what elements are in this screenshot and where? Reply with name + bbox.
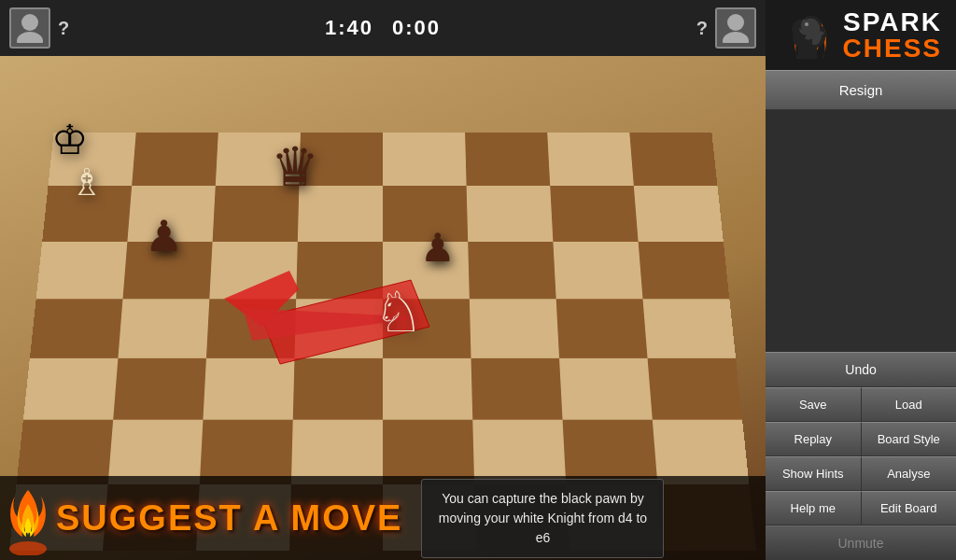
undo-button[interactable]: Undo [766, 352, 956, 387]
player2-info: ? [696, 7, 756, 49]
save-load-row: Save Load [766, 387, 956, 422]
player1-info: ? [9, 7, 69, 49]
player2-avatar [715, 7, 756, 49]
edit-board-button[interactable]: Edit Board [862, 491, 957, 525]
logo-text: SPARK CHESS [843, 9, 942, 62]
player1-label: ? [58, 18, 69, 39]
player2-avatar-icon [723, 13, 749, 43]
game-info-area [766, 110, 956, 352]
board-style-button[interactable]: Board Style [862, 422, 957, 456]
load-button[interactable]: Load [862, 387, 957, 422]
suggest-section: SUGGEST A MOVE You can capture the black… [0, 476, 664, 560]
show-hints-button[interactable]: Show Hints [766, 456, 862, 491]
bottom-bar: SUGGEST A MOVE You can capture the black… [0, 476, 766, 560]
analyse-button[interactable]: Analyse [862, 456, 957, 491]
game-header: ? 1:40 0:00 ? [0, 0, 766, 56]
suggest-title: SUGGEST A MOVE [56, 476, 402, 560]
board-container[interactable]: ♔ ♗ ♛ ♟ ♟ ♘ [0, 56, 766, 560]
hint-box: You can capture the black pawn by moving… [421, 479, 664, 558]
chess-area: ? 1:40 0:00 ? [0, 0, 766, 560]
help-me-button[interactable]: Help me [766, 491, 862, 525]
player2-label: ? [696, 18, 708, 39]
svg-point-8 [805, 22, 808, 26]
replay-button[interactable]: Replay [766, 422, 862, 456]
fire-icon [0, 476, 56, 560]
svg-point-7 [9, 541, 47, 555]
svg-point-1 [17, 32, 43, 43]
help-edit-row: Help me Edit Board [766, 491, 956, 525]
logo-chess-text: CHESS [843, 35, 942, 62]
hints-analyse-row: Show Hints Analyse [766, 456, 956, 491]
resign-button[interactable]: Resign [766, 70, 956, 110]
svg-point-2 [727, 14, 744, 31]
replay-boardstyle-row: Replay Board Style [766, 422, 956, 456]
svg-point-0 [21, 14, 38, 31]
timer2: 0:00 [392, 16, 441, 40]
hint-text: You can capture the black pawn by moving… [439, 491, 647, 545]
player1-avatar-icon [17, 13, 43, 43]
logo-spark-text: SPARK [843, 9, 942, 35]
spark-chess-logo: SPARK CHESS [766, 0, 956, 70]
logo-horse-icon [784, 7, 836, 63]
unmute-button[interactable]: Unmute [766, 525, 956, 560]
timer-block: 1:40 0:00 [325, 16, 441, 40]
player1-avatar [9, 7, 50, 49]
timer1: 1:40 [325, 16, 373, 40]
save-button[interactable]: Save [766, 387, 862, 422]
svg-point-3 [723, 32, 749, 43]
sidebar: SPARK CHESS Resign Undo Save Load Replay… [766, 0, 956, 560]
